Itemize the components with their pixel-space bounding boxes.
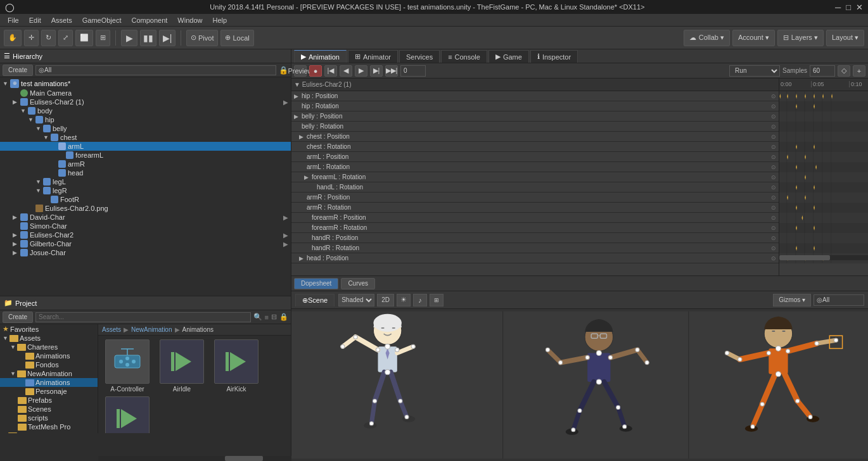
menu-help[interactable]: Help — [207, 15, 232, 25]
tab-animation[interactable]: ▶ Animation — [294, 50, 347, 63]
track-handL-rot[interactable]: handL : Rotation ⊙ — [291, 182, 779, 193]
light-btn[interactable]: ☀ — [397, 294, 411, 306]
proj-scripts[interactable]: scripts — [0, 414, 98, 422]
tree-item-josue[interactable]: ▶ Josue-Char — [0, 248, 291, 257]
track-hip-pos[interactable]: ▶ hip : Position ⊙ — [291, 91, 779, 101]
track-belly-pos[interactable]: ▶ belly : Position ⊙ — [291, 111, 779, 122]
proj-personaje[interactable]: Personaje — [0, 387, 98, 396]
tree-item-eulises-png[interactable]: Eulises-Char2.0.png — [0, 204, 291, 213]
tree-item-eulises1[interactable]: ▶ Eulises-Char2 (1) ▶ — [0, 98, 291, 106]
menu-window[interactable]: Window — [172, 15, 207, 25]
layers-btn[interactable]: ⊟ Layers ▾ — [777, 30, 824, 46]
tree-item-legR[interactable]: ▼ legR — [0, 186, 291, 195]
proj-textmesh[interactable]: TextMesh Pro — [0, 422, 98, 431]
step-btn[interactable]: ▶| — [159, 30, 176, 46]
hand-tool[interactable]: ✋ — [4, 30, 22, 46]
tree-item-main-camera[interactable]: Main Camera — [0, 89, 291, 98]
anim-preview-btn[interactable]: Preview — [294, 65, 307, 77]
project-tab[interactable]: 📁 Project — [4, 299, 37, 307]
track-forearmR-pos[interactable]: forearmR : Position ⊙ — [291, 213, 779, 223]
proj-charteres[interactable]: ▼ Charteres — [0, 343, 98, 351]
track-forearmR-rot[interactable]: forearmR : Rotation ⊙ — [291, 223, 779, 233]
shading-select[interactable]: Shaded — [338, 294, 374, 306]
proj-lock-icon[interactable]: 🔒 — [279, 313, 288, 321]
proj-anim-charteres[interactable]: Animations — [0, 351, 98, 360]
track-armL-pos[interactable]: armL : Position ⊙ — [291, 152, 779, 162]
proj-scenes[interactable]: Scenes — [0, 405, 98, 414]
track-chest-rot[interactable]: chest : Rotation ⊙ — [291, 142, 779, 152]
track-forearmL-rot[interactable]: ▶ forearmL : Rotation ⊙ — [291, 172, 779, 182]
play-btn[interactable]: ▶ — [121, 30, 137, 46]
menu-file[interactable]: File — [3, 15, 24, 25]
minimize-btn[interactable]: ─ — [835, 3, 841, 12]
dopesheet-btn[interactable]: Dopesheet — [294, 278, 338, 289]
scene-search[interactable] — [814, 294, 864, 306]
menu-gameobject[interactable]: GameObject — [77, 15, 127, 25]
anim-next-btn[interactable]: ▶| — [370, 65, 383, 77]
anim-clip-select[interactable]: Run — [729, 65, 780, 77]
audio-btn[interactable]: ♪ — [413, 294, 427, 306]
track-belly-rot[interactable]: belly : Rotation ⊙ — [291, 122, 779, 132]
asset-airidle[interactable]: AirIdle — [156, 339, 207, 393]
breadcrumb-assets[interactable]: Assets — [102, 326, 121, 333]
local-btn[interactable]: ⊕ Local — [220, 30, 253, 46]
anim-first-btn[interactable]: |◀ — [324, 65, 337, 77]
proj-packages[interactable]: ▶ Packages — [0, 431, 98, 433]
gizmos-btn[interactable]: Gizmos ▾ — [773, 294, 811, 306]
menu-component[interactable]: Component — [126, 15, 172, 25]
hierarchy-create-btn[interactable]: Create — [3, 65, 33, 76]
tree-item-footR[interactable]: FootR — [0, 195, 291, 204]
tree-item-eulises2[interactable]: ▶ Eulises-Char2 ▶ — [0, 230, 291, 239]
tab-animator[interactable]: ⊞ Animator — [348, 50, 398, 63]
tree-item-belly[interactable]: ▼ belly — [0, 124, 291, 133]
hierarchy-search[interactable] — [35, 65, 276, 75]
tree-item-forearmL[interactable]: forearmL — [0, 151, 291, 160]
tree-item-armL[interactable]: armL — [0, 142, 291, 151]
tab-game[interactable]: ▶ Game — [488, 50, 529, 63]
asset-airkick[interactable]: AirKick — [211, 339, 262, 393]
anim-prev-btn[interactable]: ◀ — [340, 65, 352, 77]
transform-tool[interactable]: ⊞ — [96, 30, 110, 46]
layout-btn[interactable]: Layout ▾ — [826, 30, 864, 46]
asset-a-controller[interactable]: A-Controller — [102, 339, 153, 393]
scene-tab-scene[interactable]: ⊕ Scene — [295, 294, 335, 306]
tree-item-david[interactable]: ▶ David-Char ▶ — [0, 213, 291, 222]
tree-item-simon[interactable]: Simon-Char — [0, 222, 291, 230]
track-armR-rot[interactable]: armR : Rotation ⊙ — [291, 203, 779, 213]
tree-item-hip[interactable]: ▼ hip — [0, 115, 291, 124]
tree-item-armR[interactable]: armR — [0, 160, 291, 168]
scale-tool[interactable]: ⤢ — [58, 30, 73, 46]
proj-newanimation[interactable]: ▼ NewAnimation — [0, 369, 98, 378]
track-head-pos[interactable]: ▶ head : Position ⊙ — [291, 253, 779, 263]
anim-frame-input[interactable] — [400, 65, 426, 77]
rotate-tool[interactable]: ↻ — [41, 30, 56, 46]
track-armL-rot[interactable]: armL : Rotation ⊙ — [291, 162, 779, 172]
hierarchy-lock-icon[interactable]: 🔒 — [279, 66, 288, 75]
pivot-btn[interactable]: ⊙ Pivot — [186, 30, 218, 46]
proj-fondos[interactable]: Fondos — [0, 360, 98, 369]
track-armR-pos[interactable]: armR : Position ⊙ — [291, 193, 779, 203]
proj-filter-icon[interactable]: ⊟ — [271, 313, 277, 321]
menu-assets[interactable]: Assets — [46, 15, 77, 25]
maximize-btn[interactable]: □ — [846, 3, 851, 12]
hierarchy-tab[interactable]: ☰ Hierarchy — [4, 52, 42, 60]
tab-services[interactable]: Services — [399, 50, 440, 63]
tree-item-legL[interactable]: ▼ legL — [0, 177, 291, 186]
track-handR-rot[interactable]: handR : Rotation ⊙ — [291, 243, 779, 253]
proj-prefabs[interactable]: Prefabs — [0, 396, 98, 405]
track-chest-pos[interactable]: ▶ chest : Position ⊙ — [291, 132, 779, 142]
asset-airpunch[interactable]: AirPunch — [102, 396, 153, 433]
curves-btn[interactable]: Curves — [341, 278, 375, 289]
timeline-hscroll-thumb[interactable] — [779, 255, 830, 260]
project-create-btn[interactable]: Create — [3, 312, 33, 323]
tree-item-head[interactable]: head — [0, 168, 291, 177]
proj-animations-selected[interactable]: Animations — [0, 378, 98, 387]
tree-item-gilberto[interactable]: ▶ Gilberto-Char ▶ — [0, 239, 291, 248]
tree-item-test-animations[interactable]: ▼ ⊕ test animations* — [0, 79, 291, 89]
collab-btn[interactable]: ☁ Collab ▾ — [684, 30, 730, 46]
proj-sort-icon[interactable]: ≡ — [265, 313, 269, 321]
pause-btn[interactable]: ▮▮ — [140, 30, 156, 46]
2d-btn[interactable]: 2D — [377, 294, 394, 306]
track-hip-rot[interactable]: hip : Rotation ⊙ — [291, 101, 779, 111]
fx-btn[interactable]: ⊞ — [430, 294, 444, 306]
